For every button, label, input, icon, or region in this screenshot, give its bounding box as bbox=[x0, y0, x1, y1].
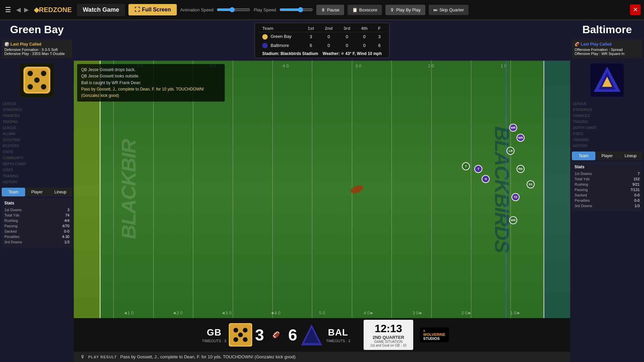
stat-row: Rushing 4/4 bbox=[4, 218, 69, 223]
right-offensive-play: Offensive Play : WR Square In bbox=[575, 52, 640, 56]
gb-score-num: 3 bbox=[255, 326, 264, 344]
gb-score-section: GB TIMEOUTS : 3 3 bbox=[195, 323, 271, 347]
svg-point-5 bbox=[34, 77, 40, 83]
svg-point-10 bbox=[233, 328, 238, 333]
svg-point-11 bbox=[243, 328, 248, 333]
right-last-play-title: 🏈 Last Play Called bbox=[575, 42, 640, 47]
stat-row: Penalties 4-30 bbox=[4, 234, 69, 239]
col-3rd: 3rd bbox=[338, 25, 356, 32]
right-nav-item: FINANCES bbox=[573, 113, 641, 119]
player-ss: SS bbox=[527, 180, 535, 188]
bal-score-content: BAL TIMEOUTS : 3 bbox=[326, 327, 350, 343]
left-nav-item: LEAGUE bbox=[3, 101, 71, 107]
play-log-line: QB Jesse Gossett looks outside. bbox=[81, 73, 221, 79]
gb-abbr: GB bbox=[202, 327, 226, 338]
left-nav-item: ROSTERS bbox=[3, 143, 71, 149]
pbp-icon: 🎙 bbox=[390, 7, 394, 12]
stat-row: Penalties 0-0 bbox=[575, 198, 640, 203]
microphone-icon: 🎙 bbox=[80, 354, 85, 359]
field-container: BLACKBIR BLACKBIRDS bbox=[74, 61, 570, 318]
bal-q2: 0 bbox=[319, 41, 338, 50]
left-stats-title: Stats bbox=[4, 201, 69, 205]
left-last-play: 🎲 Last Play Called Defensive Formation :… bbox=[2, 39, 72, 58]
svg-point-13 bbox=[233, 337, 238, 342]
player-t1: T bbox=[474, 165, 482, 173]
pause-button[interactable]: ⏸ Pause bbox=[316, 5, 344, 15]
col-team: Team bbox=[258, 25, 302, 32]
gb-banner-logo bbox=[229, 323, 252, 347]
score-separator-area: 🏈 bbox=[271, 331, 281, 339]
right-stats-tabs: Team Player Lineup bbox=[572, 152, 642, 160]
left-tab-player[interactable]: Player bbox=[25, 188, 49, 196]
skip-quarter-button[interactable]: ⏭ Skip Quarter bbox=[429, 5, 469, 15]
right-last-play: 🏈 Last Play Called Offensive Formation :… bbox=[572, 39, 642, 58]
weather-value: 43° F, Wind 10 mph bbox=[345, 51, 382, 56]
left-nav-item: HISTORY bbox=[3, 179, 71, 185]
player-lb: LB bbox=[506, 147, 515, 155]
bal-score-num: 6 bbox=[288, 326, 297, 344]
app-logo: ◆REDZONE bbox=[34, 6, 72, 14]
clock-quarter: 2ND QUARTER bbox=[370, 335, 407, 340]
menu-icon[interactable]: ☰ bbox=[3, 6, 13, 14]
boxscore-button[interactable]: 📋 Boxscore bbox=[347, 5, 382, 15]
right-nav-item: LEAGUE bbox=[573, 101, 641, 107]
left-nav-item: TRAINING bbox=[3, 173, 71, 179]
gb-q1: 3 bbox=[302, 32, 319, 41]
weather-label: Weather: bbox=[323, 51, 340, 56]
gb-q2: 0 bbox=[319, 32, 338, 41]
right-nav-item: STATS bbox=[573, 131, 641, 137]
right-team-name: Baltimore bbox=[570, 20, 644, 38]
close-button[interactable]: ✕ bbox=[630, 4, 641, 15]
svg-point-4 bbox=[41, 71, 46, 76]
back-icon[interactable]: ◀ bbox=[16, 6, 21, 13]
center-area: Team 1st 2nd 3rd 4th F Green Bay bbox=[74, 20, 570, 362]
bal-banner-logo bbox=[300, 323, 323, 347]
svg-point-6 bbox=[28, 84, 33, 89]
right-tab-team[interactable]: Team bbox=[572, 152, 595, 160]
bal-abbr: BAL bbox=[326, 327, 350, 338]
gb-final: 3 bbox=[373, 32, 386, 41]
play-speed-slider[interactable] bbox=[279, 7, 313, 12]
forward-icon[interactable]: ▶ bbox=[24, 6, 29, 13]
left-defensive-formation: Defensive Formation : 3-3-5 Soft bbox=[4, 48, 69, 52]
bal-q3: 0 bbox=[338, 41, 356, 50]
gb-q4: 0 bbox=[356, 32, 373, 41]
left-tab-team[interactable]: Team bbox=[2, 188, 25, 196]
right-nav-item: TRADING bbox=[573, 119, 641, 125]
play-result-label: PLAY RESULT bbox=[88, 355, 117, 359]
play-by-play-button[interactable]: 🎙 Play By Play bbox=[385, 5, 425, 15]
player-rb: RB bbox=[517, 165, 525, 173]
watch-game-button[interactable]: Watch Game bbox=[77, 4, 125, 16]
left-stats-tabs: Team Player Lineup bbox=[2, 188, 72, 196]
right-tab-lineup[interactable]: Lineup bbox=[619, 152, 642, 160]
bal-q1: 6 bbox=[302, 41, 319, 50]
stadium-weather: Stadium: Blackbirds Stadium Weather: ❄ 4… bbox=[258, 51, 386, 56]
full-screen-button[interactable]: ⛶ Full Screen bbox=[128, 4, 177, 15]
play-result-bar: 🎙 PLAY RESULT Pass by Gossett, J., compl… bbox=[74, 352, 570, 362]
left-nav-item: LEAGUE bbox=[3, 125, 71, 131]
col-2nd: 2nd bbox=[319, 25, 338, 32]
play-log-line: Pass by Gossett, J., complete to Dean, F… bbox=[81, 86, 221, 99]
right-logo-area bbox=[570, 60, 644, 100]
right-tab-player[interactable]: Player bbox=[595, 152, 619, 160]
score-table: Team 1st 2nd 3rd 4th F Green Bay bbox=[258, 25, 386, 50]
skip-icon: ⏭ bbox=[433, 7, 438, 12]
player-g: G bbox=[482, 175, 490, 183]
play-log-line: Ball is caught by WR Frank Dean bbox=[81, 80, 221, 86]
right-play-icon: 🏈 bbox=[575, 42, 580, 47]
col-4th: 4th bbox=[356, 25, 373, 32]
player-t2: T bbox=[462, 162, 470, 170]
left-tab-lineup[interactable]: Lineup bbox=[49, 188, 72, 196]
score-row-gb: Green Bay 3 0 0 0 3 bbox=[258, 32, 386, 41]
play-speed-slider-container bbox=[279, 7, 313, 12]
clock-time: 12:13 bbox=[370, 322, 407, 335]
stat-row: 1st Downs 7 bbox=[575, 171, 640, 176]
stat-row: Total Yds 152 bbox=[575, 176, 640, 182]
play-log: QB Jesse Gossett drops back. QB Jesse Go… bbox=[77, 64, 225, 102]
pause-icon: ⏸ bbox=[321, 7, 325, 12]
scrimmage-line bbox=[506, 61, 506, 318]
right-offensive-formation: Offensive Formation : Spread bbox=[575, 48, 640, 52]
play-speed-label: Play Speed bbox=[254, 7, 276, 12]
gb-icon bbox=[262, 34, 268, 40]
animation-speed-slider[interactable] bbox=[217, 7, 250, 12]
